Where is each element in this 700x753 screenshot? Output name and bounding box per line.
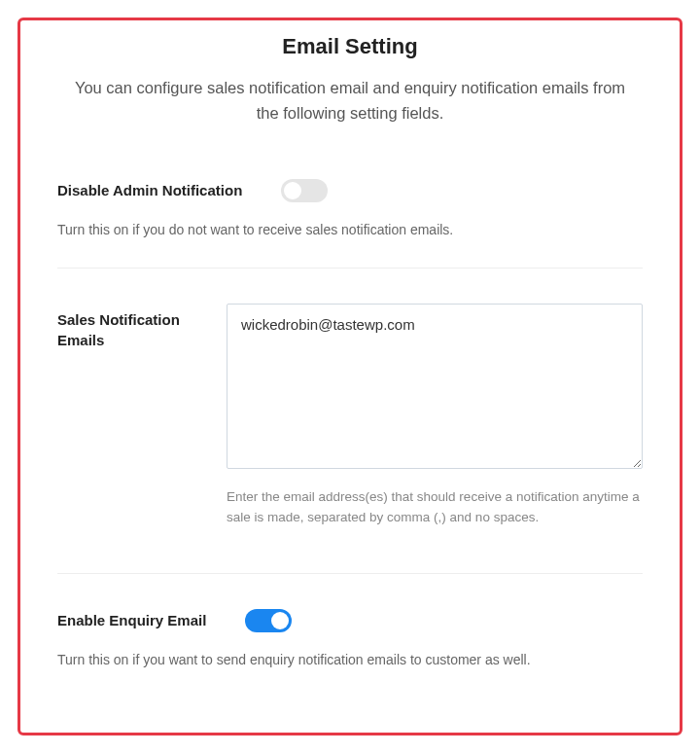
section-disable-admin: Disable Admin Notification Turn this on … <box>57 179 643 269</box>
sales-emails-label: Sales Notification Emails <box>57 304 193 350</box>
toggle-knob <box>284 182 301 199</box>
section-sales-emails: Sales Notification Emails Enter the emai… <box>57 304 643 574</box>
page-title: Email Setting <box>57 34 643 59</box>
enable-enquiry-help: Turn this on if you want to send enquiry… <box>57 650 643 670</box>
sales-emails-help: Enter the email address(es) that should … <box>227 486 643 528</box>
page-subtitle: You can configure sales notification ema… <box>68 75 632 126</box>
sales-emails-input[interactable] <box>227 304 643 469</box>
email-settings-panel: Email Setting You can configure sales no… <box>18 18 682 735</box>
disable-admin-toggle[interactable] <box>281 179 328 202</box>
enable-enquiry-label: Enable Enquiry Email <box>57 612 206 628</box>
disable-admin-label: Disable Admin Notification <box>57 182 242 198</box>
section-enable-enquiry: Enable Enquiry Email Turn this on if you… <box>57 609 643 670</box>
enable-enquiry-toggle[interactable] <box>245 609 292 632</box>
toggle-knob <box>271 612 289 629</box>
disable-admin-help: Turn this on if you do not want to recei… <box>57 220 643 240</box>
